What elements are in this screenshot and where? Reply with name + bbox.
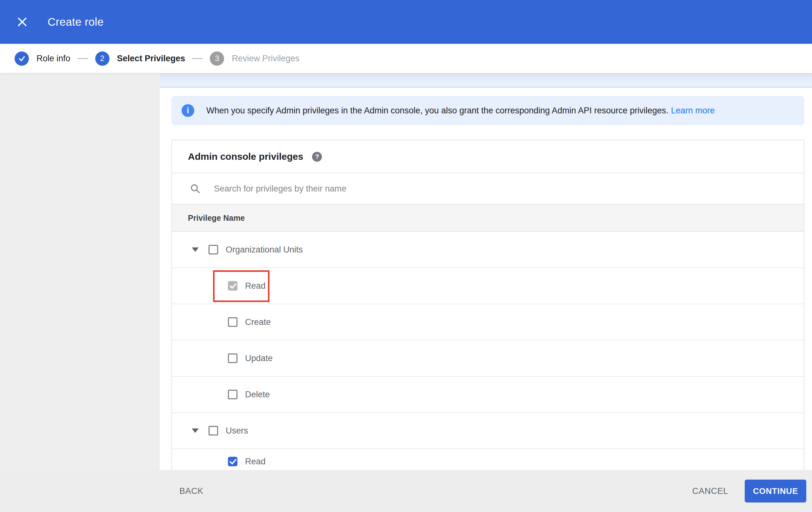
step-connector bbox=[192, 58, 203, 59]
dialog-header: Create role bbox=[0, 0, 812, 44]
stepper-step-select-privileges[interactable]: 2 Select Privileges bbox=[95, 51, 185, 66]
dialog-footer: BACK CANCEL CONTINUE bbox=[0, 470, 812, 512]
continue-button[interactable]: CONTINUE bbox=[745, 480, 806, 503]
privilege-checkbox[interactable] bbox=[208, 245, 218, 254]
scrolled-content-strip bbox=[160, 73, 812, 88]
privilege-checkbox[interactable] bbox=[208, 426, 218, 435]
step-circle-icon: 3 bbox=[210, 51, 224, 66]
stepper-step-role-info[interactable]: Role info bbox=[14, 51, 70, 66]
privilege-label: Organizational Units bbox=[226, 245, 303, 255]
expand-arrow-icon[interactable] bbox=[192, 428, 199, 433]
expand-arrow-icon[interactable] bbox=[192, 247, 199, 252]
create-role-dialog: Create role Role info 2 Select Privilege… bbox=[0, 0, 812, 512]
card-title-row: Admin console privileges ? bbox=[172, 140, 804, 173]
cancel-button[interactable]: CANCEL bbox=[686, 486, 734, 496]
privilege-checkbox[interactable] bbox=[228, 457, 237, 466]
step-circle-icon bbox=[14, 51, 29, 66]
step-label: Role info bbox=[36, 54, 70, 63]
privilege-label: Users bbox=[226, 426, 248, 436]
main-content: i When you specify Admin privileges in t… bbox=[160, 73, 812, 470]
privilege-checkbox[interactable] bbox=[228, 281, 237, 291]
info-banner: i When you specify Admin privileges in t… bbox=[171, 96, 804, 125]
search-icon bbox=[190, 183, 201, 194]
dialog-body: i When you specify Admin privileges in t… bbox=[0, 73, 812, 470]
info-icon: i bbox=[181, 104, 194, 117]
step-label: Select Privileges bbox=[117, 54, 185, 63]
info-banner-text: When you specify Admin privileges in the… bbox=[206, 106, 715, 116]
privilege-row[interactable]: Delete bbox=[172, 377, 804, 413]
privilege-label: Update bbox=[245, 353, 273, 363]
content-area: i When you specify Admin privileges in t… bbox=[160, 88, 812, 470]
step-connector bbox=[78, 58, 88, 59]
privilege-search-row bbox=[172, 173, 804, 205]
privilege-row[interactable]: Update bbox=[172, 341, 804, 377]
info-banner-message: When you specify Admin privileges in the… bbox=[206, 106, 669, 115]
privilege-row[interactable]: Read bbox=[172, 268, 804, 304]
stepper: Role info 2 Select Privileges 3 Review P… bbox=[0, 44, 812, 73]
privilege-checkbox[interactable] bbox=[228, 390, 237, 399]
step-label: Review Privileges bbox=[232, 54, 299, 63]
privilege-label: Delete bbox=[245, 390, 270, 400]
table-header: Privilege Name bbox=[172, 205, 804, 232]
left-sidebar bbox=[0, 73, 160, 470]
privilege-search-input[interactable] bbox=[213, 184, 721, 194]
privilege-label: Create bbox=[245, 317, 271, 327]
admin-console-privileges-card: Admin console privileges ? Privilege Nam… bbox=[171, 140, 804, 470]
step-circle-icon: 2 bbox=[95, 51, 110, 66]
card-title: Admin console privileges bbox=[188, 151, 303, 162]
back-button[interactable]: BACK bbox=[173, 486, 210, 496]
privilege-checkbox[interactable] bbox=[228, 317, 237, 327]
close-icon bbox=[16, 16, 29, 28]
help-icon[interactable]: ? bbox=[312, 152, 322, 162]
column-header-label: Privilege Name bbox=[188, 213, 245, 223]
learn-more-link[interactable]: Learn more bbox=[671, 106, 715, 115]
privilege-checkbox[interactable] bbox=[228, 353, 237, 363]
privilege-rows: Organizational Units Read Create Update … bbox=[172, 232, 804, 470]
privilege-row[interactable]: Read bbox=[172, 449, 804, 470]
privilege-row[interactable]: Users bbox=[172, 413, 804, 449]
dialog-title: Create role bbox=[48, 16, 104, 28]
privilege-label: Read bbox=[245, 281, 266, 291]
stepper-step-review-privileges[interactable]: 3 Review Privileges bbox=[210, 51, 299, 66]
check-icon bbox=[18, 54, 26, 62]
privilege-label: Read bbox=[245, 457, 266, 466]
close-button[interactable] bbox=[12, 12, 32, 32]
privilege-row[interactable]: Organizational Units bbox=[172, 232, 804, 268]
privilege-row[interactable]: Create bbox=[172, 304, 804, 341]
